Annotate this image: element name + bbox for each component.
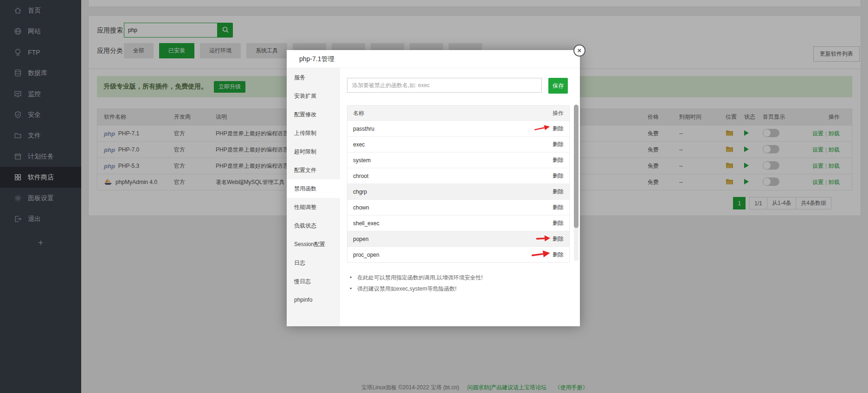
function-row: passthru删除 [347,120,569,136]
delete-link[interactable]: 删除 [553,251,564,259]
action-header: 操作 [553,109,564,117]
modal-content: 保存 名称操作passthru删除exec删除system删除chroot删除c… [340,68,580,326]
modal-tab[interactable]: 配置修改 [287,105,340,124]
modal-tab[interactable]: Session配置 [287,235,340,254]
modal-title: php-7.1管理 [287,50,580,68]
close-icon[interactable]: × [573,44,585,57]
modal-tab[interactable]: 上传限制 [287,124,340,142]
note-item: 在此处可以禁用指定函数的调用,以增强环境安全性! [347,272,570,283]
scrollbar[interactable] [574,104,579,261]
function-row: exec删除 [347,136,569,152]
function-name: proc_open [353,252,379,258]
function-name: passthru [353,126,374,132]
function-actions: 删除 [553,140,564,148]
function-name: shell_exec [353,220,379,227]
modal-tab[interactable]: 性能调整 [287,198,340,216]
function-name: chgrp [353,189,367,195]
scrollbar-thumb[interactable] [574,105,579,228]
modal-tab[interactable]: phpinfo [287,291,340,309]
function-name: exec [353,141,365,148]
delete-link[interactable]: 删除 [553,125,564,133]
delete-link[interactable]: 删除 [553,203,564,211]
delete-link[interactable]: 删除 [553,219,564,227]
red-arrow-icon [531,249,551,260]
function-row: proc_open删除 [347,247,569,262]
function-input-row: 保存 [347,78,570,94]
delete-link[interactable]: 删除 [553,172,564,180]
notes-list: 在此处可以禁用指定函数的调用,以增强环境安全性!强烈建议禁用如exec,syst… [347,272,570,294]
function-actions: 删除 [553,156,564,164]
disabled-function-list: 名称操作passthru删除exec删除system删除chroot删除chgr… [347,105,570,263]
modal-tab[interactable]: 慢日志 [287,272,340,291]
delete-link[interactable]: 删除 [553,156,564,164]
save-button[interactable]: 保存 [548,78,568,94]
modal-tab[interactable]: 禁用函数 [287,179,340,198]
function-actions: 删除 [532,251,564,259]
function-row: shell_exec删除 [347,215,569,231]
disable-function-input[interactable] [347,78,542,93]
function-list-header: 名称操作 [347,106,569,120]
function-name: chown [353,204,369,211]
note-item: 强烈建议禁用如exec,system等危险函数! [347,283,570,294]
modal-tab[interactable]: 安装扩展 [287,87,340,105]
function-row: chgrp删除 [347,184,569,199]
modal-tab[interactable]: 服务 [287,68,340,87]
modal-tab[interactable]: 超时限制 [287,142,340,161]
function-actions: 删除 [536,235,564,243]
delete-link[interactable]: 删除 [553,188,564,196]
function-row: popen删除 [347,231,569,247]
red-arrow-icon [534,124,551,133]
modal-tab-list: 服务安装扩展配置修改上传限制超时限制配置文件禁用函数性能调整负载状态Sessio… [287,68,340,326]
function-actions: 删除 [553,203,564,211]
function-actions: 删除 [553,172,564,180]
function-name: chroot [353,173,368,179]
delete-link[interactable]: 删除 [553,235,564,243]
function-name: system [353,157,371,164]
function-actions: 删除 [534,125,564,133]
modal-body: 服务安装扩展配置修改上传限制超时限制配置文件禁用函数性能调整负载状态Sessio… [287,68,580,326]
php-manage-modal: php-7.1管理 × 服务安装扩展配置修改上传限制超时限制配置文件禁用函数性能… [287,50,580,326]
name-header: 名称 [353,109,364,117]
modal-tab[interactable]: 负载状态 [287,216,340,235]
function-row: chroot删除 [347,168,569,184]
function-name: popen [353,236,368,242]
function-row: chown删除 [347,199,569,215]
function-actions: 删除 [553,188,564,196]
modal-tab[interactable]: 配置文件 [287,161,340,179]
function-row: system删除 [347,152,569,168]
modal-tab[interactable]: 日志 [287,254,340,272]
red-arrow-icon [536,235,551,243]
function-actions: 删除 [553,219,564,227]
delete-link[interactable]: 删除 [553,140,564,148]
